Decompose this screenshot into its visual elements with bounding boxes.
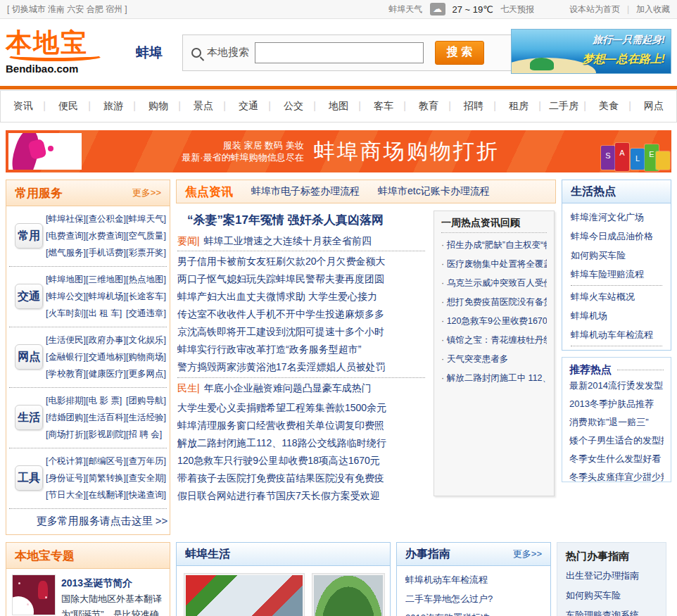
- service-link[interactable]: [身份证号]: [46, 470, 86, 486]
- week-review-item[interactable]: 解放二路封闭施工中 112、118路公: [441, 369, 547, 388]
- news-item[interactable]: 警方捣毁两家涉黄浴池17名卖淫嫖娼人员被处罚: [177, 358, 425, 376]
- site-logo[interactable]: 本地宝 Bendibao.com: [6, 30, 129, 75]
- service-link[interactable]: [个税计算]: [46, 453, 86, 470]
- news-item[interactable]: 蚌埠清理服务窗口经营收费相关单位调复印费照: [177, 417, 425, 434]
- city-switcher[interactable]: [ 切换城市 淮南 六安 合肥 宿州 ]: [7, 4, 127, 15]
- life-hot-item[interactable]: 蚌埠火车站概况: [571, 287, 662, 306]
- week-review-item[interactable]: 招生办成“肥缺”自主权变“特权: [441, 236, 547, 255]
- nav-item[interactable]: 二手房: [541, 100, 586, 113]
- service-link[interactable]: [结婚团购]: [46, 409, 86, 426]
- search-input[interactable]: [255, 42, 424, 63]
- guide-more-link[interactable]: 更多>>: [513, 548, 542, 560]
- news-lead-yaowen[interactable]: 要闻|蚌埠工业增速之大连续十月获全省前四: [177, 232, 425, 251]
- service-link[interactable]: [热点地图]: [126, 271, 166, 288]
- week-review-item[interactable]: 医疗废物集中处置将全覆盖: [441, 255, 547, 274]
- service-link[interactable]: [三维地图]: [86, 271, 126, 288]
- service-link[interactable]: [生活百科]: [86, 409, 126, 426]
- service-link[interactable]: [简繁转换]: [86, 470, 126, 486]
- week-review-item[interactable]: 天气突变患者多: [441, 350, 547, 369]
- service-link[interactable]: [长途客车]: [126, 288, 166, 305]
- nav-item[interactable]: 购物: [136, 100, 181, 113]
- service-link[interactable]: [蚌埠机场]: [86, 288, 126, 305]
- service-link[interactable]: [蚌埠地图]: [46, 271, 86, 288]
- service-link[interactable]: [水费查询]: [86, 227, 126, 244]
- life-hot-item[interactable]: 蚌埠淮河文化广场: [571, 208, 662, 227]
- nav-item[interactable]: 招聘: [451, 100, 496, 113]
- service-link[interactable]: [金融银行]: [46, 348, 86, 365]
- guide-item[interactable]: 2013汽车购置税标准: [405, 608, 542, 616]
- service-link[interactable]: [电影排期]: [46, 392, 86, 409]
- life-hot-item[interactable]: 如何购买车险: [571, 246, 662, 265]
- nav-item[interactable]: 旅游: [91, 100, 136, 113]
- service-link[interactable]: [交通地标]: [86, 348, 126, 365]
- recommend-item[interactable]: 最新2014流行烫发发型: [569, 377, 664, 395]
- news-headline[interactable]: “杀妻”案17年冤情 强奸杀人真凶落网: [177, 210, 425, 232]
- service-link[interactable]: [邮编区号]: [86, 453, 126, 470]
- news-item[interactable]: 带着孩子去医院打免费疫苗结果医院没有免费疫: [177, 470, 425, 487]
- hot-guide-item[interactable]: 如何购买车险: [557, 586, 666, 605]
- hot-guide-item[interactable]: 出生登记办理指南: [557, 566, 666, 586]
- service-link[interactable]: [节日大全]: [46, 486, 86, 503]
- guide-item[interactable]: 二手车异地怎么过户?: [405, 589, 542, 608]
- service-link[interactable]: [团购导航]: [126, 392, 166, 409]
- service-link[interactable]: [查公积金]: [86, 210, 126, 227]
- nav-item[interactable]: 资讯: [1, 100, 46, 113]
- life-hot-item[interactable]: 蚌埠机动车年检流程: [571, 325, 662, 344]
- christmas-thumb-1[interactable]: [12, 574, 56, 615]
- week-review-item[interactable]: 120急救车9公里收费1670元: [441, 312, 547, 331]
- life-hot-item[interactable]: 蚌埠今日成品油价格: [571, 227, 662, 246]
- service-link[interactable]: [蚌埠天气]: [126, 210, 166, 227]
- service-link[interactable]: [招 聘 会]: [126, 426, 166, 443]
- guide-item[interactable]: 蚌埠机动车年检流程: [405, 570, 542, 589]
- service-link[interactable]: [出 租 车]: [86, 305, 126, 322]
- service-link[interactable]: [查万年历]: [126, 453, 166, 470]
- weather-link[interactable]: 蚌埠天气: [389, 4, 423, 15]
- service-link[interactable]: [蚌埠公交]: [46, 288, 86, 305]
- service-link[interactable]: [健康医疗]: [86, 365, 126, 382]
- news-item[interactable]: 120急救车只行驶9公里却收费18项高达1670元: [177, 452, 425, 470]
- news-item[interactable]: 蚌埠实行行政审改革打造“政务服务型超市”: [177, 341, 425, 358]
- news-item[interactable]: 蚌埠产妇大出血丈夫微博求助 大学生爱心接力: [177, 288, 425, 306]
- forecast-link[interactable]: 七天预报: [500, 4, 534, 15]
- week-review-item[interactable]: 乌克兰示威冲突致百人受伤: [441, 274, 547, 293]
- service-link[interactable]: [学校教育]: [46, 365, 86, 382]
- life-hot-item[interactable]: 蚌埠机场: [571, 306, 662, 325]
- service-link[interactable]: [影视剧院]: [86, 426, 126, 443]
- service-link[interactable]: [彩票开奖]: [126, 244, 166, 261]
- nav-item[interactable]: 美食: [586, 100, 631, 113]
- nav-item[interactable]: 地图: [316, 100, 361, 113]
- service-link[interactable]: [文化娱乐]: [126, 332, 166, 348]
- recommend-item[interactable]: 冬季女生什么发型好看: [569, 450, 664, 468]
- service-link[interactable]: [更多网点]: [126, 365, 166, 382]
- news-item[interactable]: 假日联合网站进行春节国庆7天长假方案受欢迎: [177, 487, 425, 505]
- hot-guide-item[interactable]: 车险理赔查询系统: [557, 605, 666, 616]
- nav-item[interactable]: 教育: [406, 100, 451, 113]
- recommend-item[interactable]: 冬季头皮瘙痒宜少甜少辣: [569, 468, 664, 482]
- life-hot-item[interactable]: 蚌埠车险理赔流程: [571, 265, 662, 284]
- news-lead-minsheng[interactable]: 民生|年底小企业融资难问题凸显豪车成热门: [177, 377, 425, 398]
- service-link[interactable]: [蚌埠社保]: [46, 210, 86, 227]
- nav-item[interactable]: 交通: [226, 100, 271, 113]
- service-link[interactable]: [在线翻译]: [86, 486, 126, 503]
- services-more-link[interactable]: 更多>>: [132, 187, 161, 199]
- service-link[interactable]: [商场打折]: [46, 426, 86, 443]
- news-item[interactable]: 男子信用卡被前女友狂刷欠款20个月欠费金额大: [177, 253, 425, 270]
- news-item[interactable]: 京沈高铁即将开工建设到沈阳可提速十多个小时: [177, 323, 425, 341]
- service-link[interactable]: [查安全期]: [126, 470, 166, 486]
- nav-item[interactable]: 景点: [181, 100, 226, 113]
- travel-ad-banner[interactable]: 旅行—只需起身! 梦想—总在路上!: [511, 29, 671, 74]
- focus-header-link[interactable]: 蚌埠市电子标签办理流程: [251, 185, 360, 198]
- service-link[interactable]: [空气质量]: [126, 227, 166, 244]
- service-link[interactable]: [购物商场]: [126, 348, 166, 365]
- recommend-item[interactable]: 消费欺诈”退一赔三”: [569, 413, 664, 432]
- search-button[interactable]: 搜 索: [435, 41, 484, 65]
- service-link[interactable]: [电 影 票]: [86, 392, 126, 409]
- focus-header-link[interactable]: 蚌埠市etc记账卡办理流程: [378, 185, 490, 198]
- service-link[interactable]: [政府办事]: [86, 332, 126, 348]
- news-item[interactable]: 传达室不收收件人手机不开中学生投递麻烦多多: [177, 306, 425, 323]
- news-item[interactable]: 解放二路封闭施工112、118路公交线路临时绕行: [177, 434, 425, 452]
- nav-item[interactable]: 公交: [271, 100, 316, 113]
- topic-title[interactable]: 2013圣诞节简介: [61, 574, 164, 591]
- photo-zhuizi-mountain[interactable]: 锥子山简介: [312, 573, 385, 616]
- service-link[interactable]: [快递查询]: [126, 486, 166, 503]
